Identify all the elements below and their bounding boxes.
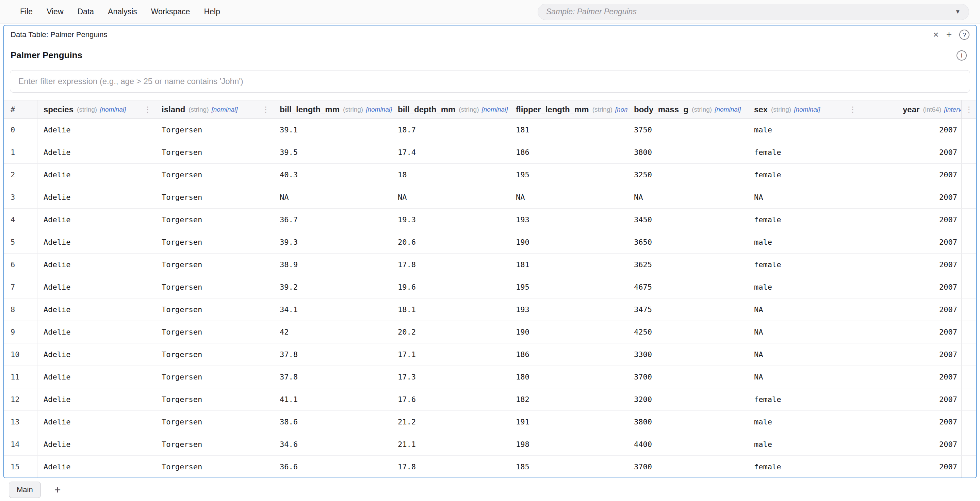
column-menu-icon[interactable]: ⋮: [140, 105, 156, 114]
row-index: 1: [4, 141, 37, 163]
cell-year: 2007: [861, 344, 961, 366]
cell-flipper_length_mm: NA: [510, 186, 628, 208]
cell-year: 2007: [861, 231, 961, 253]
table-row[interactable]: 15AdelieTorgersen36.617.81853700female20…: [4, 456, 976, 477]
filter-row: [4, 66, 976, 100]
cell-flipper_length_mm: 191: [510, 411, 628, 433]
column-menu-icon[interactable]: ⋮: [845, 105, 861, 114]
table-row[interactable]: 5AdelieTorgersen39.320.61903650male2007: [4, 231, 976, 254]
panel-header-title: Data Table: Palmer Penguins: [11, 30, 108, 39]
cell-bill_length_mm: 42: [274, 321, 392, 343]
cell-flipper_length_mm: 186: [510, 141, 628, 163]
table-row[interactable]: 12AdelieTorgersen41.117.61823200female20…: [4, 388, 976, 411]
table-row[interactable]: 1AdelieTorgersen39.517.41863800female200…: [4, 141, 976, 164]
menu-item-view[interactable]: View: [47, 7, 63, 16]
column-header-label: flipper_length_mm: [516, 105, 589, 115]
column-header-label: year: [903, 105, 920, 115]
cell-flipper_length_mm: 193: [510, 299, 628, 321]
column-header-flipper_length_mm[interactable]: flipper_length_mm(string)[nomi⋮: [510, 100, 628, 118]
row-gutter: [961, 366, 976, 388]
cell-island: Torgersen: [156, 388, 274, 410]
column-header-island[interactable]: island(string)[nominal]⋮: [156, 100, 274, 118]
table-row[interactable]: 10AdelieTorgersen37.817.11863300NA2007: [4, 344, 976, 366]
table-row[interactable]: 8AdelieTorgersen34.118.11933475NA2007: [4, 299, 976, 321]
menu-item-help[interactable]: Help: [204, 7, 220, 16]
menu-item-file[interactable]: File: [20, 7, 33, 16]
sample-selector[interactable]: Sample: Palmer Penguins ▼: [538, 4, 969, 20]
cell-island: Torgersen: [156, 456, 274, 477]
cell-sex: NA: [748, 321, 861, 343]
row-index: 0: [4, 119, 37, 141]
row-index: 10: [4, 344, 37, 366]
cell-sex: male: [748, 433, 861, 455]
column-header-label: [nomi: [615, 106, 628, 113]
cell-body_mass_g: 3200: [628, 388, 748, 410]
cell-flipper_length_mm: 186: [510, 344, 628, 366]
cell-body_mass_g: 3250: [628, 164, 748, 186]
cell-bill_depth_mm: 21.1: [392, 433, 510, 455]
help-icon[interactable]: ?: [959, 30, 969, 40]
cell-island: Torgersen: [156, 254, 274, 276]
table-row[interactable]: 6AdelieTorgersen38.917.81813625female200…: [4, 254, 976, 276]
cell-body_mass_g: 3475: [628, 299, 748, 321]
workspace-tabbar: Main +: [0, 478, 980, 501]
column-header-label: island: [162, 105, 185, 115]
add-tab-icon[interactable]: +: [54, 484, 61, 495]
tab-main[interactable]: Main: [9, 482, 41, 498]
cell-bill_length_mm: 34.6: [274, 433, 392, 455]
column-header-label: (int64): [923, 106, 941, 113]
cell-body_mass_g: 3300: [628, 344, 748, 366]
table-row[interactable]: 4AdelieTorgersen36.719.31933450female200…: [4, 208, 976, 231]
cell-year: 2007: [861, 299, 961, 321]
index-column-header[interactable]: #: [4, 100, 37, 118]
menu-item-data[interactable]: Data: [78, 7, 94, 16]
cell-sex: NA: [748, 366, 861, 388]
table-row[interactable]: 2AdelieTorgersen40.3181953250female2007: [4, 164, 976, 186]
filter-input[interactable]: [10, 70, 970, 92]
table-row[interactable]: 9AdelieTorgersen4220.21904250NA2007: [4, 321, 976, 344]
cell-species: Adelie: [37, 254, 156, 276]
cell-species: Adelie: [37, 456, 156, 477]
cell-bill_depth_mm: 20.6: [392, 231, 510, 253]
cell-island: Torgersen: [156, 276, 274, 298]
column-header-sex[interactable]: sex(string)[nominal]⋮: [748, 100, 861, 118]
table-row[interactable]: 11AdelieTorgersen37.817.31803700NA2007: [4, 366, 976, 388]
cell-bill_depth_mm: 17.6: [392, 388, 510, 410]
column-header-body_mass_g[interactable]: body_mass_g(string)[nominal]⋮: [628, 100, 748, 118]
column-header-label: [nominal]: [366, 106, 392, 113]
menu-item-analysis[interactable]: Analysis: [108, 7, 137, 16]
table-row[interactable]: 14AdelieTorgersen34.621.11984400male2007: [4, 433, 976, 456]
row-gutter: [961, 276, 976, 298]
row-index: 6: [4, 254, 37, 276]
row-index: 8: [4, 299, 37, 321]
add-panel-icon[interactable]: +: [946, 30, 952, 40]
table-row[interactable]: 13AdelieTorgersen38.621.21913800male2007: [4, 411, 976, 433]
column-header-year[interactable]: year(int64)[interva: [861, 100, 961, 118]
column-header-label: (string): [771, 106, 791, 113]
cell-bill_depth_mm: 17.1: [392, 344, 510, 366]
column-header-label: bill_depth_mm: [398, 105, 455, 115]
cell-island: Torgersen: [156, 411, 274, 433]
cell-species: Adelie: [37, 119, 156, 141]
table-row[interactable]: 7AdelieTorgersen39.219.61954675male2007: [4, 276, 976, 299]
cell-sex: male: [748, 276, 861, 298]
cell-species: Adelie: [37, 164, 156, 186]
cell-species: Adelie: [37, 344, 156, 366]
column-header-bill_length_mm[interactable]: bill_length_mm(string)[nominal]⋮: [274, 100, 392, 118]
menu-item-workspace[interactable]: Workspace: [151, 7, 190, 16]
column-header-label: [nominal]: [794, 106, 820, 113]
info-icon[interactable]: i: [956, 50, 967, 60]
table-row[interactable]: 0AdelieTorgersen39.118.71813750male2007: [4, 119, 976, 141]
column-menu-icon[interactable]: ⋮: [741, 105, 748, 114]
table-row[interactable]: 3AdelieTorgersenNANANANANA2007: [4, 186, 976, 208]
row-gutter: [961, 299, 976, 321]
column-header-species[interactable]: species(string)[nominal]⋮: [37, 100, 156, 118]
column-header-label: (string): [592, 106, 612, 113]
column-menu-icon[interactable]: ⋮: [258, 105, 274, 114]
cell-species: Adelie: [37, 186, 156, 208]
table-menu-icon[interactable]: ⋮: [966, 105, 973, 114]
cell-flipper_length_mm: 180: [510, 366, 628, 388]
column-header-bill_depth_mm[interactable]: bill_depth_mm(string)[nominal]⋮: [392, 100, 510, 118]
row-gutter: [961, 433, 976, 455]
close-icon[interactable]: ×: [933, 30, 939, 40]
